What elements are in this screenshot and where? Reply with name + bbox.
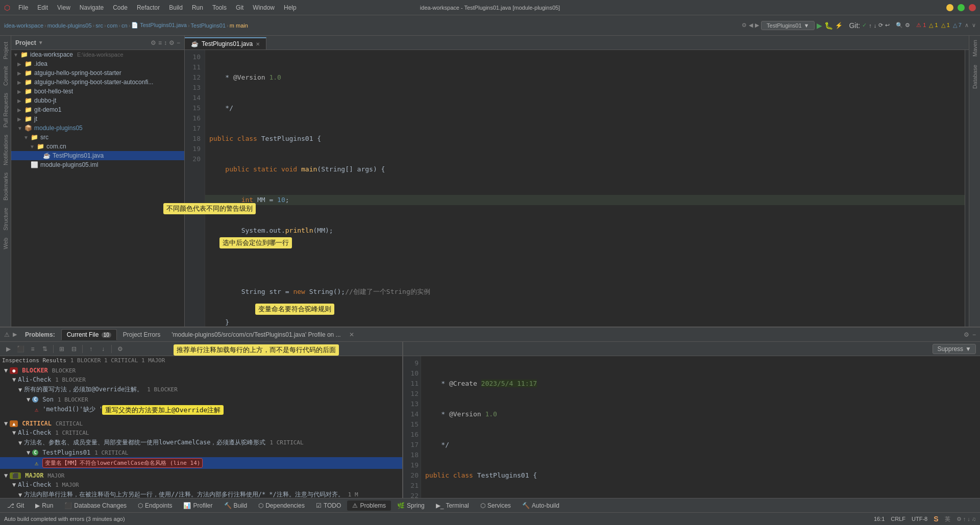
project-settings-icon[interactable]: ⚙ — [151, 39, 156, 46]
run-config-selector[interactable]: TestPlugins01 ▼ — [761, 21, 815, 30]
database-label[interactable]: Database — [972, 65, 978, 89]
notifications-tab[interactable]: Notifications — [2, 133, 10, 167]
breadcrumb-method[interactable]: m main — [230, 22, 248, 29]
prob-collapse-btn[interactable]: ⊟ — [69, 344, 79, 354]
tree-starter[interactable]: ▶ 📁 atguigu-hello-spring-boot-starter — [11, 68, 184, 78]
menu-build[interactable]: Build — [165, 3, 187, 12]
mm-issue-row[interactable]: ⚠ 变量名【MM】不符合lowerCamelCase命名风格 (line 14) — [0, 457, 402, 469]
app-tab-autobuild[interactable]: 🔨 Auto-build — [517, 501, 565, 511]
prob-sort-btn[interactable]: ⇅ — [40, 344, 50, 354]
bottom-close-icon[interactable]: − — [972, 331, 976, 338]
app-tab-endpoints[interactable]: ⬡ Endpoints — [133, 501, 177, 511]
app-tab-run[interactable]: ▶ Run — [30, 501, 58, 511]
prob-play-btn[interactable]: ▶ — [3, 344, 13, 354]
app-tab-dbchanges[interactable]: ⬛ Database Changes — [59, 501, 132, 511]
tree-root[interactable]: ▼ 📁 idea-workspace E:\idea-workspace — [11, 50, 184, 59]
app-tab-build[interactable]: 🔨 Build — [219, 501, 253, 511]
menu-navigate[interactable]: Navigate — [76, 3, 108, 12]
coverage-btn[interactable]: ⚡ — [835, 22, 843, 29]
ali-check2-row[interactable]: ▼ Ali-Check 1 CRITICAL — [0, 428, 402, 437]
method-issue-row[interactable]: ⚠ 'method1()'缺少 '@Override' 注解 — [0, 404, 402, 415]
app-tab-git[interactable]: ⎇ Git — [2, 501, 29, 511]
back-icon[interactable]: ◀ — [749, 22, 753, 29]
app-tab-profiler[interactable]: 📊 Profiler — [178, 501, 217, 511]
tree-testplugins[interactable]: ☕ TestPlugins01.java — [11, 151, 184, 160]
ali-check1-row[interactable]: ▼ Ali-Check 1 BLOCKER — [0, 375, 402, 384]
maximize-btn[interactable] — [958, 4, 965, 11]
prob-settings-btn[interactable]: ⚙ — [115, 344, 125, 354]
project-tab[interactable]: Project — [2, 40, 10, 61]
tab-profile-close[interactable]: ✕ — [349, 331, 354, 338]
tree-boot[interactable]: ▶ 📁 boot-hello-test — [11, 87, 184, 96]
tree-iml[interactable]: ⬜ module-plugins05.iml — [11, 160, 184, 169]
app-tab-problems[interactable]: ⚠ Problems — [347, 501, 391, 511]
expand-icon[interactable]: ∧ — [965, 22, 969, 29]
blocker-row[interactable]: ▼ ● BLOCKER BLOCKER — [0, 366, 402, 375]
prob-filter-btn[interactable]: ≡ — [28, 344, 38, 354]
app-tab-spring[interactable]: 🌿 Spring — [392, 501, 430, 511]
breadcrumb-cn[interactable]: cn — [121, 22, 128, 29]
breadcrumb-src[interactable]: src — [95, 22, 103, 29]
app-tab-terminal[interactable]: ▶_ Terminal — [431, 501, 474, 511]
settings-btn[interactable]: ⚙ — [905, 22, 910, 29]
prob-up-btn[interactable]: ↑ — [86, 344, 96, 354]
prob-down-btn[interactable]: ↓ — [98, 344, 108, 354]
menu-edit[interactable]: Edit — [33, 3, 52, 12]
project-dropdown[interactable]: ▼ — [38, 40, 43, 45]
tab-profile[interactable]: 'module-plugins05/src/com/cn/TestPlugins… — [166, 330, 346, 340]
menu-view[interactable]: View — [53, 3, 75, 12]
code-content[interactable]: * @Version 1.0 */ public class TestPlugi… — [205, 50, 965, 327]
collapse-icon[interactable]: ∨ — [972, 22, 976, 29]
tree-gitdemo[interactable]: ▶ 📁 git-demo1 — [11, 105, 184, 114]
prob-expand-btn[interactable]: ⊞ — [57, 344, 67, 354]
commit-tab[interactable]: Commit — [2, 64, 10, 88]
project-close-icon[interactable]: − — [177, 39, 180, 46]
naming-rule-row[interactable]: ▼ 方法名、参数名、成员变量、局部变量都统一使用lowerCamelCase，必… — [0, 437, 402, 448]
suppress-button[interactable]: Suppress ▼ — [933, 344, 976, 354]
tab-project-errors[interactable]: Project Errors — [118, 330, 165, 340]
git-undo[interactable]: ↩ — [885, 22, 890, 29]
search-btn[interactable]: 🔍 — [896, 22, 903, 29]
tree-autoconfig[interactable]: ▶ 📁 atguigu-hello-spring-boot-starter-au… — [11, 78, 184, 87]
menu-git[interactable]: Git — [232, 3, 248, 12]
menu-code[interactable]: Code — [109, 3, 132, 12]
tree-idea[interactable]: ▶ 📁 .idea — [11, 59, 184, 68]
plugins01-row[interactable]: ▼ C TestPlugins01 1 CRITICAL — [0, 448, 402, 457]
menu-file[interactable]: File — [14, 3, 32, 12]
bookmarks-tab[interactable]: Bookmarks — [2, 170, 10, 203]
status-line-ending[interactable]: CRLF — [891, 516, 905, 522]
editor-tab-main[interactable]: ☕ TestPlugins01.java ✕ — [185, 37, 266, 49]
tree-module[interactable]: ▼ 📦 module-plugins05 — [11, 123, 184, 133]
menu-run[interactable]: Run — [188, 3, 207, 12]
debug-btn[interactable]: 🐛 — [824, 21, 833, 30]
minimize-btn[interactable] — [946, 4, 953, 11]
tab-close-icon[interactable]: ✕ — [256, 41, 260, 47]
close-btn[interactable] — [969, 4, 976, 11]
web-tab[interactable]: Web — [2, 236, 10, 251]
git-check[interactable]: ✓ — [862, 22, 867, 29]
app-tab-services[interactable]: ⬡ Services — [475, 501, 516, 511]
project-expand-icon[interactable]: ≡ — [158, 39, 162, 46]
critical-row[interactable]: ▼ ▲ CRITICAL CRITICAL — [0, 419, 402, 428]
git-update[interactable]: ⟳ — [878, 22, 883, 29]
run-btn[interactable]: ▶ — [817, 21, 822, 30]
menu-window[interactable]: Window — [249, 3, 279, 12]
son-row[interactable]: ▼ C Son 1 BLOCKER — [0, 395, 402, 404]
menu-help[interactable]: Help — [280, 3, 301, 12]
maven-label[interactable]: Maven — [972, 40, 978, 57]
major-row[interactable]: ▼ ⬛ MAJOR MAJOR — [0, 471, 402, 480]
structure-tab[interactable]: Structure — [2, 206, 10, 233]
app-tab-todo[interactable]: ☑ TODO — [311, 501, 346, 511]
ali-check3-row[interactable]: ▼ Ali-Check 1 MAJOR — [0, 480, 402, 489]
breadcrumb-module[interactable]: module-plugins05 — [47, 22, 92, 29]
app-tab-dependencies[interactable]: ⬡ Dependencies — [253, 501, 310, 511]
project-collapse-icon[interactable]: ↕ — [164, 39, 167, 46]
prob-stop-btn[interactable]: ⬛ — [15, 344, 26, 354]
breadcrumb-workspace[interactable]: idea-workspace — [4, 22, 43, 29]
menu-refactor[interactable]: Refactor — [133, 3, 164, 12]
breadcrumb-class[interactable]: TestPlugins01 — [191, 22, 226, 29]
project-config-icon[interactable]: ⚙ — [169, 39, 175, 46]
tree-src[interactable]: ▼ 📁 src — [11, 133, 184, 142]
pull-requests-tab[interactable]: Pull Requests — [2, 91, 10, 130]
override-rule-row[interactable]: ▼ 所有的覆写方法，必须加@Override注解。 1 BLOCKER — [0, 384, 402, 395]
